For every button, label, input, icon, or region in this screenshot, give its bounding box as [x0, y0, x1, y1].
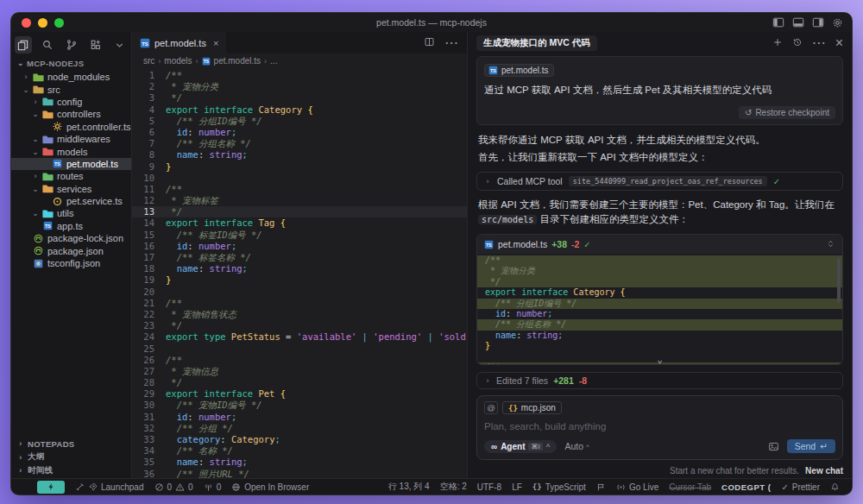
context-file-chip[interactable]: TS pet.model.ts: [484, 64, 554, 77]
chat-input[interactable]: [484, 421, 835, 432]
code-line-8[interactable]: 8 name: string;: [132, 149, 467, 161]
open-in-browser-status[interactable]: Open In Browser: [226, 482, 314, 492]
minimize-window-button[interactable]: [38, 18, 47, 28]
close-window-button[interactable]: [22, 18, 31, 28]
tree-item-models[interactable]: ⌄models: [11, 145, 131, 157]
code-line-30[interactable]: 30 /** 宠物ID编号 */: [132, 400, 467, 411]
new-chat-icon[interactable]: [772, 35, 783, 51]
code-editor[interactable]: 1/**2 * 宠物分类3 */4export interface Catego…: [132, 68, 467, 478]
mcp-tool-call-row[interactable]: › Called MCP tool site_5440999_read_proj…: [476, 172, 843, 191]
code-line-28[interactable]: 28 */: [132, 377, 467, 388]
remote-indicator[interactable]: [37, 481, 65, 494]
section-outline[interactable]: ›大纲: [11, 450, 131, 464]
tree-item-app-ts[interactable]: TSapp.ts: [11, 220, 131, 232]
chat-close-icon[interactable]: ×: [835, 35, 843, 51]
code-line-33[interactable]: 33 category: Category;: [132, 434, 467, 445]
code-line-18[interactable]: 18 name: string;: [132, 263, 467, 274]
breadcrumb-item[interactable]: src: [143, 56, 154, 66]
code-line-22[interactable]: 22 * 宠物销售状态: [132, 309, 467, 320]
problems-status[interactable]: 0 0: [149, 482, 198, 492]
toggle-panel-icon[interactable]: [792, 16, 804, 28]
tree-item-package-lock-json[interactable]: package-lock.json: [11, 232, 131, 244]
search-icon[interactable]: [39, 36, 56, 54]
code-line-27[interactable]: 27 * 宠物信息: [132, 366, 467, 377]
code-line-10[interactable]: 10: [132, 173, 467, 184]
code-line-6[interactable]: 6 id: number;: [132, 127, 467, 138]
ports-status[interactable]: 0: [198, 482, 227, 492]
go-live-status[interactable]: Go Live: [611, 482, 664, 492]
prettier-status[interactable]: ✓ Prettier: [776, 482, 825, 492]
cursor-position-status[interactable]: 行 13, 列 4: [383, 481, 435, 493]
code-line-13[interactable]: 13 */: [132, 206, 467, 217]
notifications-bell-icon[interactable]: [825, 482, 845, 492]
chat-more-icon[interactable]: ⋯: [812, 35, 826, 51]
code-line-4[interactable]: 4export interface Category {: [132, 104, 467, 116]
split-editor-icon[interactable]: [424, 35, 435, 51]
cursor-tab-status[interactable]: Cursor Tab: [664, 482, 716, 492]
explorer-icon[interactable]: [15, 36, 32, 54]
code-line-9[interactable]: 9}: [132, 161, 467, 173]
close-tab-icon[interactable]: ×: [213, 38, 218, 48]
code-line-26[interactable]: 26/**: [132, 355, 467, 366]
section-timeline[interactable]: ›时间线: [11, 464, 131, 478]
source-control-icon[interactable]: [63, 36, 80, 54]
indentation-status[interactable]: 空格: 2: [435, 481, 472, 493]
eol-status[interactable]: LF: [507, 482, 527, 492]
toggle-sidebar-icon[interactable]: [772, 16, 784, 28]
edited-files-row[interactable]: › Edited 7 files +281 -8: [476, 372, 843, 389]
encoding-status[interactable]: UTF-8: [472, 482, 507, 492]
language-mode-status[interactable]: {} TypeScript: [527, 482, 591, 492]
extensions-icon[interactable]: [87, 36, 104, 54]
agent-mode-selector[interactable]: ∞ Agent ⌘I ^: [484, 440, 557, 453]
chat-history-icon[interactable]: [792, 35, 803, 51]
diff-scrollbar[interactable]: [837, 258, 841, 303]
code-line-23[interactable]: 23 */: [132, 320, 467, 331]
maximize-window-button[interactable]: [54, 18, 64, 28]
tree-item-utils[interactable]: ⌄utils: [11, 207, 131, 219]
tree-item-pet-service-ts[interactable]: pet.service.ts: [11, 195, 131, 207]
breadcrumb-item[interactable]: pet.model.ts: [214, 56, 261, 66]
tree-item-services[interactable]: ⌄services: [11, 183, 131, 195]
code-line-34[interactable]: 34 /** 名称 */: [132, 445, 467, 457]
code-line-5[interactable]: 5 /** 分组ID编号 */: [132, 116, 467, 127]
launchpad-status[interactable]: Launchpad: [70, 482, 149, 492]
breadcrumb-item[interactable]: ...: [270, 56, 277, 66]
formatter-status-icon[interactable]: [591, 482, 611, 492]
tree-item-node-modules[interactable]: ›node_modules: [11, 71, 131, 83]
tab-pet-model[interactable]: TS pet.model.ts ×: [132, 32, 226, 54]
code-line-16[interactable]: 16 id: number;: [132, 241, 467, 252]
code-line-31[interactable]: 31 id: number;: [132, 412, 467, 423]
code-line-20[interactable]: 20: [132, 287, 467, 298]
code-line-7[interactable]: 7 /** 分组名称 */: [132, 138, 467, 149]
chat-composer[interactable]: @ {} mcp.json ∞ Agent ⌘I ^: [476, 395, 843, 460]
add-context-button[interactable]: @: [484, 401, 498, 414]
tree-item-config[interactable]: ›config: [11, 96, 131, 108]
new-chat-link[interactable]: New chat: [805, 466, 843, 476]
model-selector[interactable]: Auto ^: [564, 441, 589, 451]
tree-item-pet-controller-ts[interactable]: pet.controller.ts: [11, 121, 131, 133]
code-line-19[interactable]: 19}: [132, 274, 467, 286]
diff-header[interactable]: TS pet.model.ts +38 -2 ✓: [477, 235, 842, 254]
code-line-25[interactable]: 25: [132, 343, 467, 355]
send-button[interactable]: Send ↵: [787, 439, 835, 453]
code-line-14[interactable]: 14export interface Tag {: [132, 217, 467, 229]
tree-item-pet-model-ts[interactable]: TSpet.model.ts: [11, 158, 131, 170]
code-line-1[interactable]: 1/**: [132, 70, 467, 81]
code-line-3[interactable]: 3 */: [132, 92, 467, 104]
codegpt-status[interactable]: CODEGPT (: [716, 482, 776, 492]
tree-item-src[interactable]: ⌄src: [11, 83, 131, 95]
editor-more-actions-icon[interactable]: ⋯: [444, 35, 458, 51]
chat-messages[interactable]: TS pet.model.ts 通过 MCP 获取 API 文档，然后生成 Pe…: [468, 54, 852, 372]
explorer-root[interactable]: ⌄ MCP-NODEJS: [11, 55, 131, 71]
attach-image-icon[interactable]: [768, 441, 779, 452]
code-line-24[interactable]: 24export type PetStatus = 'available' | …: [132, 331, 467, 343]
code-line-32[interactable]: 32 /** 分组 */: [132, 423, 467, 434]
code-line-17[interactable]: 17 /** 标签名称 */: [132, 252, 467, 263]
expand-diff-icon[interactable]: [826, 239, 835, 250]
code-line-2[interactable]: 2 * 宠物分类: [132, 81, 467, 92]
code-line-35[interactable]: 35 name: string;: [132, 457, 467, 468]
restore-checkpoint-button[interactable]: ↺ Restore checkpoint: [739, 106, 835, 119]
tree-item-tsconfig-json[interactable]: tsconfig.json: [11, 257, 131, 269]
tree-item-controllers[interactable]: ⌄controllers: [11, 108, 131, 120]
tree-item-package-json[interactable]: package.json: [11, 244, 131, 256]
